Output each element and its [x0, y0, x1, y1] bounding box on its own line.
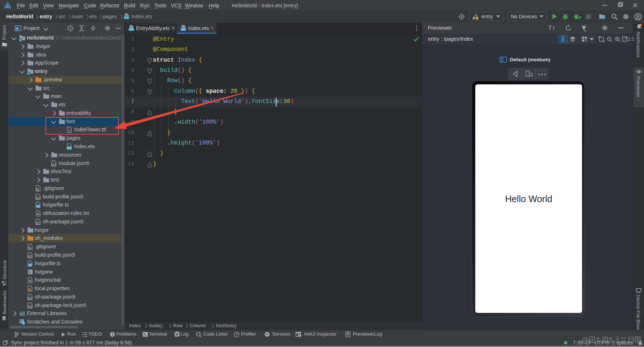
svg-text:ETS: ETS: [124, 17, 129, 19]
svg-text:T: T: [552, 26, 555, 31]
svg-text:ETS: ETS: [181, 28, 186, 31]
svg-text:{0}: {0}: [28, 297, 33, 300]
svg-text:TS: TS: [28, 264, 32, 266]
svg-text:{0}: {0}: [51, 163, 56, 167]
svg-text:T: T: [548, 25, 552, 31]
svg-text:TS: TS: [36, 205, 40, 208]
svg-text:{0}: {0}: [28, 305, 33, 308]
svg-text:{0}: {0}: [36, 197, 41, 200]
svg-text:{0}: {0}: [36, 222, 41, 225]
svg-text:ETS: ETS: [67, 147, 72, 149]
svg-text:ETS: ETS: [129, 28, 134, 31]
svg-text:{0}: {0}: [28, 255, 33, 258]
svg-text:@: @: [582, 336, 589, 344]
